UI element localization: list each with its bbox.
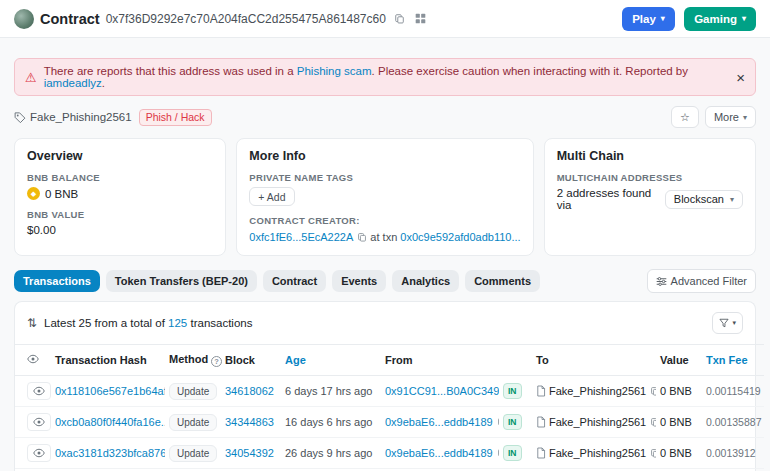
- copy-icon: [394, 13, 405, 24]
- tab-comments[interactable]: Comments: [465, 270, 540, 292]
- star-icon: ☆: [680, 111, 690, 124]
- age-text: 16 days 6 hrs ago: [285, 416, 372, 428]
- copy-from-button[interactable]: [493, 415, 499, 430]
- header-block-label: Block: [225, 354, 255, 366]
- total-transactions-link[interactable]: 125: [168, 317, 187, 329]
- page-title: Contract: [40, 11, 100, 27]
- summary-suffix: transactions: [187, 317, 252, 329]
- contract-file-icon: [536, 385, 546, 397]
- creator-connector-text: at txn: [367, 231, 400, 243]
- table-row: 0x118106e567e1b64af...Update346180626 da…: [15, 376, 764, 407]
- transactions-summary-bar: ⇅ Latest 25 from a total of 125 transact…: [15, 302, 755, 344]
- block-link[interactable]: 34618062: [225, 385, 274, 397]
- age-text: 6 days 17 hrs ago: [285, 385, 372, 397]
- multichain-found-row: 2 addresses found via Blockscan ▾: [557, 187, 743, 211]
- copy-creator-button[interactable]: [353, 230, 367, 245]
- method-badge: Update: [169, 445, 217, 462]
- chevron-down-icon: ▾: [742, 14, 746, 23]
- to-address-link[interactable]: Fake_Phishing2561: [549, 385, 646, 397]
- bnb-value-amount: $0.00: [27, 224, 213, 236]
- tag-row: Fake_Phishing2561 Phish / Hack ☆ More ▾: [14, 106, 756, 128]
- block-link[interactable]: 34344863: [225, 416, 274, 428]
- chevron-down-icon: ▾: [743, 113, 747, 122]
- multichain-addresses-label: MULTICHAIN ADDRESSES: [557, 172, 743, 183]
- contract-file-icon: [536, 447, 546, 459]
- from-address-link[interactable]: 0x91CC91...B0A0C349: [385, 385, 499, 397]
- table-header-row: Transaction Hash Method? Block Age From …: [15, 345, 764, 376]
- tab-contract[interactable]: Contract: [263, 270, 326, 292]
- transactions-panel: ⇅ Latest 25 from a total of 125 transact…: [14, 301, 756, 471]
- reporter-link[interactable]: iamdeadlyz: [44, 77, 102, 89]
- multichain-card: Multi Chain MULTICHAIN ADDRESSES 2 addre…: [544, 138, 756, 256]
- header-to: To: [532, 345, 656, 376]
- header-txn-fee-label: Txn Fee: [706, 354, 748, 366]
- txn-hash-link[interactable]: 0x118106e567e1b64af...: [55, 385, 165, 397]
- copy-to-button[interactable]: [646, 446, 656, 461]
- contract-file-icon: [536, 416, 546, 428]
- multichain-card-title: Multi Chain: [557, 149, 743, 163]
- question-circle-icon[interactable]: ?: [211, 356, 222, 367]
- block-link[interactable]: 34054392: [225, 447, 274, 459]
- blockscan-select[interactable]: Blockscan ▾: [665, 190, 743, 209]
- phishing-scam-link[interactable]: Phishing scam: [297, 65, 372, 77]
- tab-analytics[interactable]: Analytics: [392, 270, 459, 292]
- header-from-label: From: [385, 354, 413, 366]
- info-cards: Overview BNB BALANCE ◆ 0 BNB BNB VALUE $…: [14, 138, 756, 256]
- apps-grid-button[interactable]: [413, 11, 428, 26]
- method-badge: Update: [169, 414, 217, 431]
- copy-icon: [497, 448, 499, 458]
- header-block: Block: [221, 345, 281, 376]
- phishing-warning-banner: ⚠ There are reports that this address wa…: [14, 58, 756, 96]
- warning-text: There are reports that this address was …: [44, 65, 730, 89]
- close-icon[interactable]: ×: [736, 70, 745, 85]
- label-tag-icon: [14, 111, 26, 123]
- grid-icon: [415, 13, 426, 24]
- from-address-link[interactable]: 0x9ebaE6...eddb4189: [385, 416, 493, 428]
- tab-token-transfers-bep-20[interactable]: Token Transfers (BEP-20): [106, 270, 257, 292]
- eye-column-header[interactable]: [15, 345, 51, 376]
- tab-events[interactable]: Events: [332, 270, 386, 292]
- advanced-filter-button[interactable]: Advanced Filter: [647, 269, 756, 293]
- txn-hash-link[interactable]: 0xac3181d323bfca876...: [55, 447, 165, 459]
- contract-address: 0x7f36D9292e7c70A204faCC2d255475A861487c…: [106, 12, 386, 26]
- copy-address-button[interactable]: [392, 11, 407, 26]
- more-button[interactable]: More ▾: [705, 106, 756, 128]
- blockscan-select-label: Blockscan: [674, 193, 724, 205]
- copy-to-button[interactable]: [646, 415, 656, 430]
- copy-from-button[interactable]: [493, 446, 499, 461]
- header-age[interactable]: Age: [281, 345, 381, 376]
- name-tag-label: Fake_Phishing2561: [30, 111, 132, 123]
- header-actions: Play ▾ Gaming ▾: [622, 7, 756, 31]
- creator-address-link[interactable]: 0xfc1fE6...5EcA222A: [249, 231, 353, 243]
- age-text: 26 days 9 hrs ago: [285, 447, 372, 459]
- from-address-link[interactable]: 0x9ebaE6...eddb4189: [385, 447, 493, 459]
- header-txn-fee[interactable]: Txn Fee: [702, 345, 764, 376]
- transactions-table: Transaction Hash Method? Block Age From …: [15, 344, 764, 471]
- table-filter-button[interactable]: ▾: [712, 312, 743, 334]
- value-text: 0 BNB: [660, 447, 692, 459]
- header-direction: [499, 345, 532, 376]
- transactions-table-body: 0x118106e567e1b64af...Update346180626 da…: [15, 376, 764, 471]
- preview-eye-button[interactable]: [27, 382, 51, 400]
- gaming-button[interactable]: Gaming ▾: [684, 7, 756, 31]
- header-transaction-hash: Transaction Hash: [51, 345, 165, 376]
- preview-eye-button[interactable]: [27, 444, 51, 462]
- preview-eye-button[interactable]: [27, 413, 51, 431]
- add-private-tag-button[interactable]: + Add: [249, 187, 294, 206]
- warning-triangle-icon: ⚠: [25, 70, 37, 85]
- copy-icon: [497, 417, 499, 427]
- creator-txn-link[interactable]: 0x0c9e592afd0adb110...: [400, 231, 520, 243]
- sort-icon[interactable]: ⇅: [27, 316, 37, 330]
- favorite-star-button[interactable]: ☆: [671, 106, 699, 128]
- header-method-label: Method: [169, 353, 208, 365]
- more-button-label: More: [714, 111, 739, 123]
- to-address-link[interactable]: Fake_Phishing2561: [549, 416, 646, 428]
- to-address-link[interactable]: Fake_Phishing2561: [549, 447, 646, 459]
- tab-transactions[interactable]: Transactions: [14, 270, 100, 292]
- txn-fee-text: 0.00135887: [706, 416, 761, 428]
- play-button[interactable]: Play ▾: [622, 7, 675, 31]
- txn-hash-link[interactable]: 0xcb0a80f0f440fa16e...: [55, 416, 165, 428]
- copy-to-button[interactable]: [646, 384, 656, 399]
- contract-creator-line: 0xfc1fE6...5EcA222A at txn 0x0c9e592afd0…: [249, 230, 520, 245]
- direction-in-badge: IN: [503, 383, 522, 399]
